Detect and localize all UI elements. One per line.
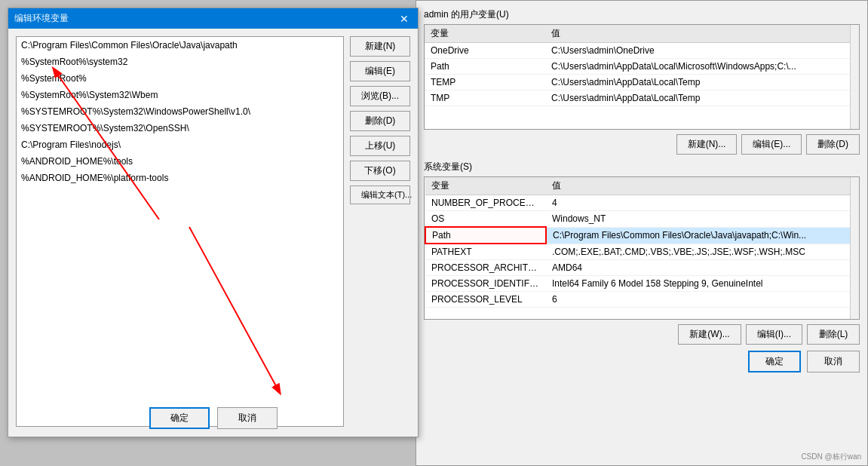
sys-var-value: 6 [546,292,859,308]
edit-ok-button[interactable]: 确定 [149,407,210,429]
user-var-value: C:\Users\admin\OneDrive [545,43,859,59]
sys-var-name: Path [425,227,546,244]
user-edit-button[interactable]: 编辑(E)... [741,134,802,155]
user-var-row[interactable]: TMPC:\Users\admin\AppData\Local\Temp [425,90,859,106]
user-delete-button[interactable]: 删除(D) [806,134,860,155]
edit-dialog-side-buttons: 新建(N) 编辑(E) 浏览(B)... 删除(D) 上移(U) 下移(O) 编… [350,36,410,427]
sys-var-value: AMD64 [546,260,859,276]
main-bottom-btns: 确定 取消 [424,351,860,372]
user-vars-table: 变量 值 OneDriveC:\Users\admin\OneDrivePath… [425,25,859,106]
sys-vars-table: 变量 值 NUMBER_OF_PROCESSORS4OSWindows_NTPa… [425,177,859,308]
sys-vars-title: 系统变量(S) [424,161,860,173]
user-vars-title: admin 的用户变量(U) [424,8,860,21]
path-moveup-button[interactable]: 上移(U) [350,136,410,156]
sys-var-row[interactable]: OSWindows_NT [425,211,859,228]
user-var-name: OneDrive [425,43,545,59]
user-var-name: TEMP [425,75,545,90]
user-var-col-header: 变量 [425,25,545,43]
path-edittext-button[interactable]: 编辑文本(T)... [350,185,410,204]
user-new-button[interactable]: 新建(N)... [676,134,738,155]
user-var-name: TMP [425,90,545,106]
sys-var-value: Windows_NT [546,211,859,228]
sys-delete-button[interactable]: 删除(L) [807,324,860,345]
sys-var-row[interactable]: PathC:\Program Files\Common Files\Oracle… [425,227,859,244]
path-list-item[interactable]: %SYSTEMROOT%\System32\WindowsPowerShell\… [17,103,343,120]
sys-vars-table-container: 变量 值 NUMBER_OF_PROCESSORS4OSWindows_NTPa… [424,176,860,320]
sys-var-name: NUMBER_OF_PROCESSORS [425,195,546,211]
sys-vars-btn-row: 新建(W)... 编辑(I)... 删除(L) [424,324,860,345]
path-movedown-button[interactable]: 下移(O) [350,161,410,181]
edit-dialog-bottom-buttons: 确定 取消 [8,407,418,429]
sys-vars-scrollbar[interactable] [850,177,859,319]
path-new-button[interactable]: 新建(N) [350,36,410,57]
edit-env-dialog: 编辑环境变量 ✕ C:\Program Files\Common Files\O… [8,8,419,437]
edit-dialog-titlebar: 编辑环境变量 ✕ [8,8,418,29]
sys-var-name: PROCESSOR_LEVEL [425,292,546,308]
user-var-row[interactable]: PathC:\Users\admin\AppData\Local\Microso… [425,59,859,75]
sys-var-value: 4 [546,195,859,211]
user-vars-section: admin 的用户变量(U) 变量 值 OneDriveC:\Users\adm… [424,8,860,155]
user-var-row[interactable]: TEMPC:\Users\admin\AppData\Local\Temp [425,75,859,90]
path-edit-button[interactable]: 编辑(E) [350,61,410,81]
user-vars-btn-row: 新建(N)... 编辑(E)... 删除(D) [424,134,860,155]
path-delete-button[interactable]: 删除(D) [350,111,410,131]
user-val-col-header: 值 [545,25,859,43]
sys-var-row[interactable]: PROCESSOR_IDENTIFIERIntel64 Family 6 Mod… [425,276,859,292]
path-list-item[interactable]: C:\Program Files\Common Files\Oracle\Jav… [17,37,343,54]
sys-var-row[interactable]: NUMBER_OF_PROCESSORS4 [425,195,859,211]
path-list-item[interactable]: C:\Program Files\nodejs\ [17,136,343,153]
main-cancel-button[interactable]: 取消 [807,351,860,372]
user-vars-table-container: 变量 值 OneDriveC:\Users\admin\OneDrivePath… [424,24,860,130]
sys-var-name: PROCESSOR_IDENTIFIER [425,276,546,292]
sys-val-col-header: 值 [546,177,859,195]
main-env-dialog: admin 的用户变量(U) 变量 值 OneDriveC:\Users\adm… [416,0,868,466]
path-list-item[interactable]: %SystemRoot% [17,70,343,87]
path-list-item[interactable]: %SystemRoot%\system32 [17,54,343,70]
user-var-value: C:\Users\admin\AppData\Local\Microsoft\W… [545,59,859,75]
path-list-item[interactable]: %ANDROID_HOME%\tools [17,153,343,170]
sys-vars-section: 系统变量(S) 变量 值 NUMBER_OF_PROCESSORS4OSWind… [424,161,860,345]
path-list-item[interactable]: %SYSTEMROOT%\System32\OpenSSH\ [17,120,343,136]
edit-dialog-content: C:\Program Files\Common Files\Oracle\Jav… [8,29,418,434]
watermark: CSDN @栋行wan [801,452,861,462]
path-list: C:\Program Files\Common Files\Oracle\Jav… [17,37,343,186]
sys-var-col-header: 变量 [425,177,546,195]
sys-var-name: PATHEXT [425,244,546,260]
user-var-row[interactable]: OneDriveC:\Users\admin\OneDrive [425,43,859,59]
user-var-value: C:\Users\admin\AppData\Local\Temp [545,90,859,106]
sys-var-row[interactable]: PROCESSOR_LEVEL6 [425,292,859,308]
sys-new-button[interactable]: 新建(W)... [678,324,741,345]
path-list-container[interactable]: C:\Program Files\Common Files\Oracle\Jav… [16,36,344,427]
sys-edit-button[interactable]: 编辑(I)... [746,324,802,345]
user-vars-scrollbar[interactable] [850,25,859,129]
sys-var-value: .COM;.EXE;.BAT;.CMD;.VBS;.VBE;.JS;.JSE;.… [546,244,859,260]
edit-dialog-close-button[interactable]: ✕ [397,13,412,25]
sys-var-value: Intel64 Family 6 Model 158 Stepping 9, G… [546,276,859,292]
path-list-item[interactable]: %ANDROID_HOME%\platform-tools [17,170,343,186]
path-browse-button[interactable]: 浏览(B)... [350,86,410,106]
main-ok-button[interactable]: 确定 [748,351,801,372]
edit-cancel-button[interactable]: 取消 [217,407,278,429]
sys-var-name: OS [425,211,546,228]
sys-var-row[interactable]: PATHEXT.COM;.EXE;.BAT;.CMD;.VBS;.VBE;.JS… [425,244,859,260]
sys-var-row[interactable]: PROCESSOR_ARCHITECT...AMD64 [425,260,859,276]
edit-dialog-title: 编辑环境变量 [14,12,69,25]
user-var-name: Path [425,59,545,75]
user-var-value: C:\Users\admin\AppData\Local\Temp [545,75,859,90]
sys-var-value: C:\Program Files\Common Files\Oracle\Jav… [546,227,859,244]
sys-var-name: PROCESSOR_ARCHITECT... [425,260,546,276]
path-list-item[interactable]: %SystemRoot%\System32\Wbem [17,87,343,103]
